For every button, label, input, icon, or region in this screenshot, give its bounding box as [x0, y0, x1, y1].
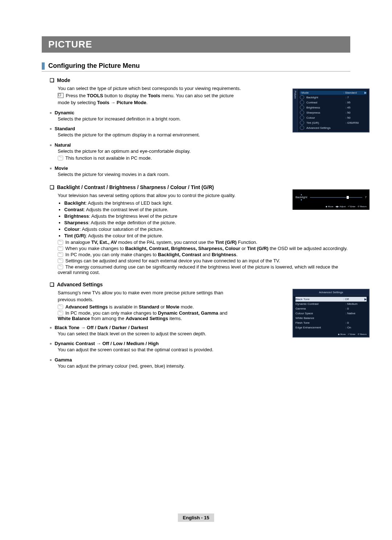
bullet-square-icon: ■	[50, 326, 52, 330]
bullet-square-icon: ■	[50, 342, 52, 345]
mode-movie: ■Movie	[50, 165, 350, 171]
osd-icon	[300, 110, 304, 115]
subsection-title: Configuring the Picture Menu	[42, 62, 350, 71]
bullet: Tint (G/R): Adjusts the colour tint of t…	[64, 233, 350, 238]
osd-advanced-settings: Advanced Settings Black Tone: Off▶ Dynam…	[293, 289, 369, 338]
square-marker-icon: ❑	[50, 282, 54, 287]
bullet-square-icon: ■	[50, 111, 52, 115]
arrow-down-icon: ▼	[300, 199, 302, 201]
bullet: Sharpness: Adjusts the edge definition o…	[64, 220, 350, 225]
bullet-square-icon: ■	[50, 127, 52, 131]
page-number: English - 15	[178, 514, 215, 522]
slider-thumb	[347, 196, 349, 199]
note-icon	[58, 258, 63, 263]
slider-value: 7	[365, 196, 367, 199]
bullet-square-icon: ■	[50, 358, 52, 362]
advanced-intro: Samsung's new TVs allow you to make even…	[58, 289, 239, 303]
note: In PC mode, you can only make changes to…	[58, 310, 239, 321]
note-icon	[58, 156, 63, 160]
osd-row: Tint (G/R): G50/R50	[300, 120, 367, 125]
chevron-right-icon: ▶	[364, 91, 367, 94]
page: PICTURE Configuring the Picture Menu ❑ M…	[0, 0, 392, 540]
gamma: ■Gamma	[50, 357, 350, 363]
note: In analogue TV, Ext., AV modes of the PA…	[58, 240, 350, 245]
bullet: Brightness: Adjusts the brightness level…	[64, 213, 350, 219]
dynamic-contrast-desc: You can adjust the screen contrast so th…	[58, 346, 350, 353]
osd-legend: ◆ Move⏎ Enter↺ Return	[293, 331, 369, 337]
osd-icon	[300, 126, 304, 130]
osd-icon	[300, 115, 304, 120]
osd-row: Contrast: 95	[300, 100, 367, 105]
mode-natural-note: This function is not available in PC mod…	[58, 155, 350, 162]
osd-row: Flesh Tone: 0	[295, 320, 367, 325]
osd-row: Edge Enhancement: On	[295, 325, 367, 330]
osd-icon	[300, 100, 304, 105]
osd-title: Advanced Settings	[293, 290, 369, 295]
osd-row: Colour: 50	[300, 115, 367, 120]
mode-title: Mode	[57, 77, 70, 83]
osd-icon	[300, 120, 304, 125]
bullet: Colour: Adjusts colour saturation of the…	[64, 226, 350, 232]
subsection-heading: Configuring the Picture Menu	[48, 62, 140, 70]
note: When you make changes to Backlight, Cont…	[58, 246, 350, 251]
tools-hint: Press the TOOLS button to display the To…	[58, 92, 243, 106]
section-header: PICTURE	[42, 36, 350, 53]
bullet-square-icon: ■	[50, 167, 52, 170]
osd-icon	[300, 95, 304, 99]
slider-track	[310, 197, 362, 198]
accent-bar	[42, 62, 45, 70]
note-icon	[58, 265, 63, 269]
osd-row: · Mode: Standard▶	[300, 91, 367, 95]
osd-row: Brightness: 45	[300, 105, 367, 110]
gamma-desc: You can adjust the primary colour (red, …	[58, 363, 350, 370]
note: In PC mode, you can only make changes to…	[58, 252, 350, 257]
osd-row: Colour Space: Native	[295, 311, 367, 316]
osd-icon	[300, 105, 304, 110]
note: The energy consumed during use can be si…	[58, 264, 350, 275]
settings-title: Backlight / Contrast / Brightness / Shar…	[57, 184, 214, 190]
square-marker-icon: ❑	[50, 184, 54, 190]
note-icon	[58, 311, 63, 315]
page-footer: English - 15	[0, 514, 392, 522]
osd-row: Sharpness: 50	[300, 110, 367, 115]
note: Settings can be adjusted and stored for …	[58, 258, 350, 263]
slider-label: Backlight	[295, 196, 307, 199]
square-marker-icon: ❑	[50, 77, 54, 83]
note-icon	[58, 304, 63, 309]
bullet-square-icon: ■	[50, 143, 52, 147]
chevron-right-icon: ▶	[364, 298, 367, 301]
mode-movie-desc: Selects the picture for viewing movies i…	[58, 171, 350, 178]
osd-tab: Picture	[293, 89, 298, 132]
osd-row: Black Tone: Off▶	[295, 297, 367, 302]
dynamic-contrast: ■Dynamic Contrast → Off / Low / Medium /…	[50, 341, 350, 346]
note-icon	[58, 246, 63, 251]
osd-row: Backlight: 7	[300, 95, 367, 100]
note-icon	[58, 252, 63, 257]
mode-natural-desc: Selects the picture for an optimum and e…	[58, 148, 350, 155]
osd-row: Dynamic Contrast: Medium	[295, 302, 367, 306]
mode-natural: ■Natural	[50, 142, 350, 148]
tools-icon	[58, 93, 64, 98]
osd-row: White Balance	[295, 316, 367, 320]
osd-picture-menu: Picture · Mode: Standard▶ Backlight: 7 C…	[293, 89, 369, 132]
osd-backlight-slider: ▲ Backlight ▼ 7 ◆ Move◀▶ Adjust⏎ Enter↺ …	[293, 189, 369, 210]
note-icon	[58, 240, 63, 245]
advanced-title: Advanced Settings	[57, 282, 103, 287]
osd-legend: ◆ Move◀▶ Adjust⏎ Enter↺ Return	[295, 205, 367, 208]
osd-row: Gamma: 0	[295, 306, 367, 311]
osd-row: Advanced Settings	[300, 125, 367, 130]
